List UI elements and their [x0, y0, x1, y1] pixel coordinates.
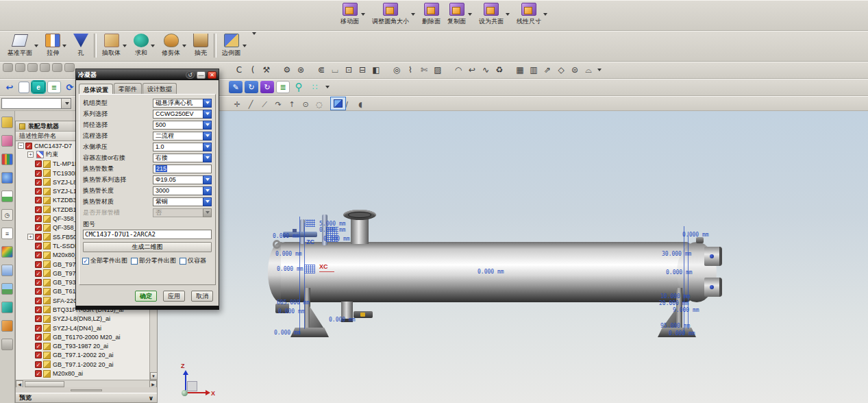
snap-face-icon[interactable]: ◖ — [354, 97, 367, 111]
report-icon[interactable]: ≣ — [47, 81, 61, 93]
tree-checkbox[interactable]: ✓ — [35, 297, 42, 304]
ergonomics-icon[interactable]: ▥ — [527, 63, 541, 77]
snap-center-icon[interactable]: ⊙ — [299, 97, 312, 111]
drawing-number-input[interactable] — [83, 230, 212, 239]
spring-icon[interactable]: ∿ — [479, 63, 493, 77]
toolbar-options-caret-icon[interactable] — [597, 69, 602, 71]
history-clock-icon[interactable]: ◷ — [1, 209, 13, 221]
dropdown-caret-icon[interactable] — [203, 154, 212, 162]
refresh-icon[interactable]: ⟳ — [63, 81, 77, 93]
books-icon[interactable] — [1, 154, 13, 165]
delete-face-button[interactable]: 删除面 — [419, 1, 444, 27]
tube-series-select[interactable]: Φ19.05 — [153, 175, 212, 184]
unit-type-select[interactable]: 磁悬浮离心机 — [153, 99, 212, 108]
pipe-bend-icon[interactable]: C — [232, 63, 246, 77]
make-coplanar-button[interactable]: 设为共面 — [475, 1, 513, 27]
tree-checkbox[interactable]: ✓ — [25, 143, 32, 149]
tree-item[interactable]: ✓GB_T6170-2000 M20_ai — [16, 332, 149, 341]
cancel-button[interactable]: 取消 — [191, 291, 213, 302]
series-select[interactable]: CCWG250EV — [153, 110, 212, 119]
shell-button[interactable]: 抽壳 — [190, 32, 212, 59]
graphics-viewport[interactable]: ZC XC 5.000 mm0.000 mm0.000 mm0.000 mm0.… — [158, 111, 868, 403]
tree-checkbox[interactable]: ✓ — [35, 315, 42, 322]
copy-face-button[interactable]: 复制面 — [444, 1, 475, 27]
back-arrow-icon[interactable]: ↩ — [3, 81, 16, 93]
dots-grid-icon[interactable]: ∷ — [308, 81, 321, 93]
snap-midpoint-icon[interactable]: ⟋ — [258, 97, 271, 111]
hole-button[interactable]: 孔 — [70, 32, 92, 59]
cavity-icon[interactable]: ⌴ — [328, 63, 342, 77]
clamp-icon[interactable]: ◎ — [390, 63, 404, 77]
tube-length-select[interactable]: 3000 — [153, 186, 212, 195]
roles-icon[interactable] — [1, 265, 13, 276]
sketch-axes-icon[interactable]: ⇗ — [541, 63, 554, 77]
tree-checkbox[interactable]: ✓ — [35, 270, 42, 277]
expand-icon[interactable]: + — [27, 234, 34, 240]
boss-icon[interactable]: ◧ — [369, 63, 383, 77]
tube-count-input[interactable]: 215 — [153, 164, 212, 173]
dropdown-caret-icon[interactable] — [62, 45, 66, 47]
collapse-chevron-icon[interactable]: ∨ — [149, 395, 153, 402]
dropdown-caret-icon[interactable] — [203, 99, 212, 108]
snap-point-icon[interactable]: ✛ — [230, 97, 244, 111]
feature-tool-icon[interactable] — [3, 63, 13, 72]
tree-item[interactable]: ✓SYZJ-L8(DN8,LZ)_ai — [16, 315, 149, 323]
layer-stack-icon[interactable]: ⊜ — [568, 63, 582, 77]
combo-caret-icon[interactable] — [61, 99, 71, 108]
snap-circle-icon[interactable]: ◌ — [312, 97, 326, 111]
connect-side-select[interactable]: 右接 — [153, 154, 212, 162]
pipe-joint-icon[interactable]: ⋐ — [314, 63, 328, 77]
tree-checkbox[interactable]: ✓ — [35, 188, 42, 195]
dialog-minimize-button[interactable]: — — [197, 71, 206, 79]
brush-icon[interactable]: ✎ — [229, 81, 243, 93]
feature-tool-icon[interactable] — [27, 63, 38, 72]
gear-pair-icon[interactable]: ⚙ — [280, 63, 294, 77]
dropdown-caret-icon[interactable] — [361, 13, 365, 16]
extrude-button[interactable]: 拉伸 — [42, 32, 70, 59]
scroll-right-icon[interactable]: ▶ — [149, 380, 157, 388]
tree-item[interactable]: ✓GB_T97.1-2002 20_ai — [16, 360, 149, 369]
shaded-view-button[interactable] — [330, 97, 346, 110]
tree-checkbox[interactable]: ✓ — [35, 197, 42, 204]
rib-icon[interactable]: ⌇ — [404, 63, 417, 77]
toolbar-options-caret-icon[interactable] — [325, 86, 330, 88]
tree-item[interactable]: ✓GB_T97.1-2002 20_ai — [16, 351, 149, 360]
palette-icon[interactable] — [1, 246, 13, 258]
vessel-only-checkbox[interactable] — [179, 258, 186, 265]
linear-dimension-button[interactable]: 线性尺寸 — [513, 1, 551, 27]
feature-tool-icon[interactable] — [52, 63, 62, 72]
tree-checkbox[interactable]: ✓ — [35, 334, 42, 341]
unite-button[interactable]: 求和 — [130, 32, 158, 59]
dropdown-caret-icon[interactable] — [506, 13, 510, 16]
materials-icon[interactable] — [1, 302, 13, 313]
layers-icon[interactable] — [1, 339, 13, 350]
hammer-tool-icon[interactable]: ⚒ — [260, 63, 273, 77]
tree-item[interactable]: ✓M20x80_ai — [16, 369, 149, 378]
preview-panel-header[interactable]: 预览 ∨ — [16, 393, 157, 402]
tree-item[interactable]: ✓SYZJ-L4(DN4)_ai — [16, 323, 149, 332]
dropdown-caret-icon[interactable] — [243, 45, 247, 47]
dropdown-caret-icon[interactable] — [203, 197, 212, 206]
tree-checkbox[interactable]: ✓ — [35, 224, 42, 231]
dropdown-caret-icon[interactable] — [468, 13, 472, 16]
bend-icon[interactable]: ◠ — [451, 63, 465, 77]
dialog-close-button[interactable]: ✕ — [208, 71, 216, 79]
snap-arrow-icon[interactable]: ↑ — [285, 97, 299, 111]
tree-item[interactable]: ✓GB_T93-1987 20_ai — [16, 342, 149, 351]
apply-button[interactable]: 应用 — [163, 291, 185, 302]
tree-checkbox[interactable]: ✓ — [35, 215, 42, 222]
info-icon[interactable] — [1, 172, 13, 184]
tree-checkbox[interactable]: ✓ — [35, 243, 42, 249]
move-face-button[interactable]: 移动面 — [337, 1, 369, 27]
tree-checkbox[interactable]: ✓ — [35, 252, 42, 258]
recycle-icon[interactable]: ♻ — [493, 63, 506, 77]
rotate-view-icon[interactable]: ↻ — [245, 81, 258, 93]
slot-icon[interactable]: ⊡ — [342, 63, 356, 77]
tree-checkbox[interactable]: ✓ — [35, 170, 42, 177]
new-page-icon[interactable] — [18, 82, 29, 93]
feature-tool-icon[interactable] — [15, 63, 25, 72]
gear-box-icon[interactable]: ⊛ — [294, 63, 308, 77]
tree-checkbox[interactable]: ✓ — [35, 370, 42, 377]
tree-checkbox[interactable]: ✓ — [35, 343, 42, 350]
dropdown-caret-icon[interactable] — [203, 143, 212, 151]
